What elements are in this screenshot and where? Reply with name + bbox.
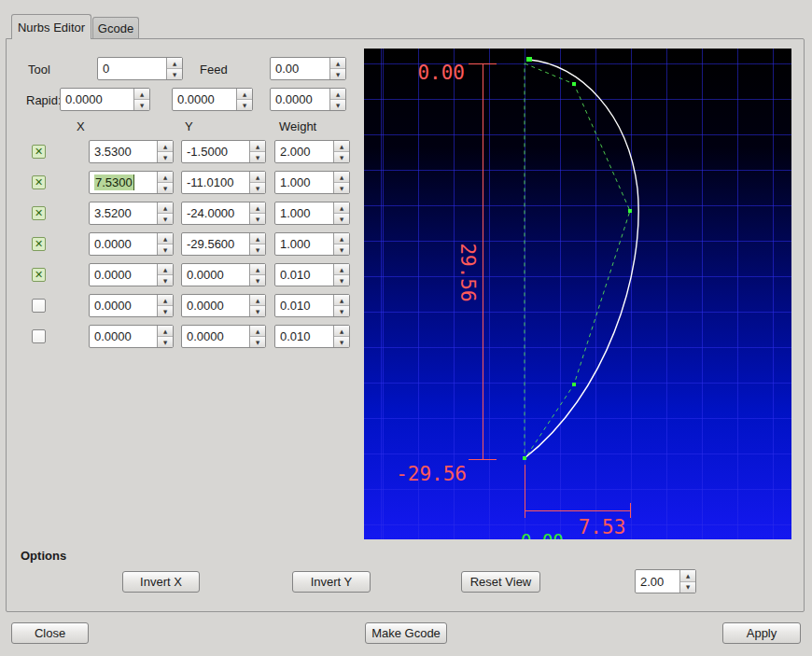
rapid-z-input[interactable] xyxy=(271,89,329,110)
point-x-input[interactable] xyxy=(90,326,157,347)
spin-down-button[interactable]: ▼ xyxy=(250,214,265,224)
spin-up-button[interactable]: ▲ xyxy=(334,172,349,183)
point-weight-spinbox[interactable]: ▲▼ xyxy=(274,294,350,317)
feed-input[interactable] xyxy=(271,58,329,79)
point-x-spinbox[interactable]: ▲▼ xyxy=(89,294,174,317)
point-y-spinbox[interactable]: ▲▼ xyxy=(181,294,266,317)
point-enable-checkbox[interactable]: ✕ xyxy=(32,206,46,220)
spin-up-button[interactable]: ▲ xyxy=(330,58,345,69)
point-weight-input[interactable] xyxy=(275,141,333,162)
spin-down-button[interactable]: ▼ xyxy=(158,306,173,316)
point-weight-spinbox[interactable]: ▲▼ xyxy=(274,140,350,163)
spin-up-button[interactable]: ▲ xyxy=(330,89,345,100)
spin-up-button[interactable]: ▲ xyxy=(158,264,173,275)
spin-down-button[interactable]: ▼ xyxy=(158,337,173,347)
spin-up-button[interactable]: ▲ xyxy=(250,172,265,183)
spin-up-button[interactable]: ▲ xyxy=(158,326,173,337)
tool-spinbox[interactable]: ▲▼ xyxy=(97,57,183,80)
rapid-x-spinbox[interactable]: ▲▼ xyxy=(60,88,150,111)
invert-y-button[interactable]: Invert Y xyxy=(292,571,371,593)
spin-up-button[interactable]: ▲ xyxy=(250,264,265,275)
nurbs-plot[interactable]: 0.00 29.56 -29.56 7.53 0.00 xyxy=(364,49,791,539)
spin-down-button[interactable]: ▼ xyxy=(680,582,695,593)
spin-up-button[interactable]: ▲ xyxy=(250,202,265,214)
spin-up-button[interactable]: ▲ xyxy=(250,233,265,244)
spin-up-button[interactable]: ▲ xyxy=(237,89,252,100)
point-x-spinbox[interactable]: ▲▼ xyxy=(89,202,174,225)
spin-up-button[interactable]: ▲ xyxy=(158,202,173,214)
tab-gcode[interactable]: Gcode xyxy=(92,17,139,38)
spin-down-button[interactable]: ▼ xyxy=(250,152,265,162)
tool-input[interactable] xyxy=(98,58,166,79)
rapid-y-input[interactable] xyxy=(173,89,236,110)
point-y-input[interactable] xyxy=(182,141,249,162)
point-weight-spinbox[interactable]: ▲▼ xyxy=(274,232,350,256)
point-x-spinbox[interactable]: ▲▼ xyxy=(89,325,174,348)
spin-up-button[interactable]: ▲ xyxy=(334,326,349,337)
point-x-input[interactable] xyxy=(90,141,157,162)
point-y-spinbox[interactable]: ▲▼ xyxy=(181,263,266,286)
point-x-input[interactable] xyxy=(90,264,157,286)
spin-down-button[interactable]: ▼ xyxy=(250,244,265,255)
point-y-input[interactable] xyxy=(182,202,249,224)
spin-down-button[interactable]: ▼ xyxy=(158,152,173,162)
point-enable-checkbox[interactable]: ✕ xyxy=(32,268,46,282)
point-weight-input[interactable] xyxy=(275,202,333,224)
point-enable-checkbox[interactable]: ✕ xyxy=(32,299,46,313)
rapid-y-spinbox[interactable]: ▲▼ xyxy=(172,88,253,111)
spin-down-button[interactable]: ▼ xyxy=(158,244,173,255)
spin-down-button[interactable]: ▼ xyxy=(250,337,265,347)
reset-view-button[interactable]: Reset View xyxy=(461,571,540,593)
spin-up-button[interactable]: ▲ xyxy=(167,58,182,69)
spin-down-button[interactable]: ▼ xyxy=(158,275,173,286)
point-enable-checkbox[interactable]: ✕ xyxy=(32,329,46,343)
scale-spinbox[interactable]: ▲▼ xyxy=(635,569,696,593)
point-x-input[interactable] xyxy=(90,202,157,224)
spin-up-button[interactable]: ▲ xyxy=(158,141,173,152)
point-weight-input[interactable] xyxy=(275,264,333,286)
point-x-input[interactable] xyxy=(90,295,157,316)
spin-down-button[interactable]: ▼ xyxy=(237,100,252,110)
point-weight-spinbox[interactable]: ▲▼ xyxy=(274,202,350,225)
point-y-input[interactable] xyxy=(182,295,249,316)
point-y-input[interactable] xyxy=(182,264,249,286)
spin-down-button[interactable]: ▼ xyxy=(334,214,349,224)
spin-up-button[interactable]: ▲ xyxy=(134,89,149,100)
spin-up-button[interactable]: ▲ xyxy=(334,295,349,306)
point-weight-spinbox[interactable]: ▲▼ xyxy=(274,171,350,194)
apply-button[interactable]: Apply xyxy=(722,622,801,644)
point-weight-spinbox[interactable]: ▲▼ xyxy=(274,263,350,286)
spin-down-button[interactable]: ▼ xyxy=(334,275,349,286)
point-weight-input[interactable] xyxy=(275,326,333,347)
spin-up-button[interactable]: ▲ xyxy=(158,172,173,183)
rapid-x-input[interactable] xyxy=(61,89,133,110)
spin-up-button[interactable]: ▲ xyxy=(250,326,265,337)
tab-nurbs-editor[interactable]: Nurbs Editor xyxy=(11,14,91,39)
point-y-spinbox[interactable]: ▲▼ xyxy=(181,140,266,163)
point-weight-input[interactable] xyxy=(275,172,333,193)
point-x-spinbox[interactable]: ▲▼ xyxy=(89,263,174,286)
point-y-spinbox[interactable]: ▲▼ xyxy=(181,325,266,348)
spin-down-button[interactable]: ▼ xyxy=(330,100,345,110)
point-enable-checkbox[interactable]: ✕ xyxy=(32,175,46,189)
point-y-spinbox[interactable]: ▲▼ xyxy=(181,232,266,256)
point-y-input[interactable] xyxy=(182,326,249,347)
invert-x-button[interactable]: Invert X xyxy=(122,571,200,593)
spin-down-button[interactable]: ▼ xyxy=(250,306,265,316)
point-x-spinbox[interactable]: 7.5300▲▼ xyxy=(89,171,174,194)
spin-up-button[interactable]: ▲ xyxy=(158,295,173,306)
feed-spinbox[interactable]: ▲▼ xyxy=(270,57,346,80)
point-x-spinbox[interactable]: ▲▼ xyxy=(89,140,174,163)
spin-down-button[interactable]: ▼ xyxy=(334,152,349,162)
point-enable-checkbox[interactable]: ✕ xyxy=(32,145,46,159)
spin-down-button[interactable]: ▼ xyxy=(134,100,149,110)
point-x-input[interactable] xyxy=(90,233,157,255)
spin-up-button[interactable]: ▲ xyxy=(334,233,349,244)
spin-down-button[interactable]: ▼ xyxy=(158,183,173,193)
spin-down-button[interactable]: ▼ xyxy=(334,244,349,255)
point-x-spinbox[interactable]: ▲▼ xyxy=(89,232,174,256)
spin-down-button[interactable]: ▼ xyxy=(334,183,349,193)
spin-up-button[interactable]: ▲ xyxy=(334,264,349,275)
point-weight-input[interactable] xyxy=(275,295,333,316)
spin-up-button[interactable]: ▲ xyxy=(158,233,173,244)
